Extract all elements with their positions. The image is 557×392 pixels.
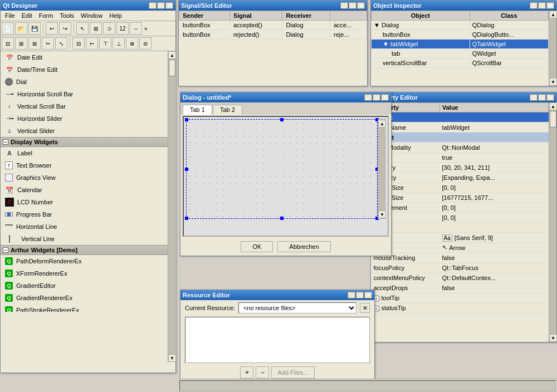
table-row-selected[interactable]: ▼ tabWidget QTabWidget (372, 40, 549, 49)
widget-item-graphics-view[interactable]: Graphics View (1, 171, 168, 184)
prop-row[interactable]: objectName tabWidget (372, 122, 549, 133)
tab-2[interactable]: Tab 2 (213, 105, 242, 115)
resource-select[interactable]: <no resource files> (238, 302, 356, 313)
widget-item-path-stroke[interactable]: Q PathStrokeRendererEx (1, 304, 168, 312)
ss-maximize[interactable]: □ (349, 2, 356, 9)
maximize-button[interactable]: □ (157, 2, 165, 9)
align-v-center[interactable]: ⊖ (139, 37, 152, 50)
buddy-tool[interactable]: ↔ (130, 22, 142, 35)
table-row[interactable]: buttonBox rejected() Dialog reje... (179, 30, 367, 40)
prop-row[interactable]: zePolicy [Expanding, Expa... (372, 173, 549, 183)
close-button[interactable]: ✕ (165, 2, 173, 9)
ok-button[interactable]: OK (241, 241, 273, 252)
prop-row[interactable]: abled true (372, 153, 549, 163)
add-resource-btn[interactable]: + (240, 366, 253, 379)
widget-item-date-edit[interactable]: 📅 Date Edit (1, 51, 168, 63)
pe-close[interactable]: ✕ (546, 94, 554, 101)
adjust-size[interactable]: ⤡ (55, 37, 67, 50)
re-minimize[interactable]: _ (348, 292, 355, 298)
menu-window[interactable]: Window (77, 11, 106, 20)
tab-1[interactable]: Tab 1 (183, 105, 212, 115)
category-arthur-expand[interactable]: − (3, 247, 8, 253)
prop-row[interactable]: nt Aa[Sans Serif, 9] (372, 233, 549, 243)
tab-order-tool[interactable]: 12 (116, 22, 129, 35)
pe-scroll-up[interactable]: ▲ (549, 102, 557, 110)
save-button[interactable]: 💾 (28, 22, 41, 35)
layout-h[interactable]: ⊟ (2, 37, 14, 50)
abbrechen-button[interactable]: Abbrechen (277, 241, 330, 252)
table-row[interactable]: verticalScrollBar QScrollBar (372, 58, 549, 68)
align-top[interactable]: ⊤ (99, 37, 111, 50)
widget-item-gradient-renderer[interactable]: Q GradientRendererEx (1, 292, 168, 304)
undo-button[interactable]: ↩ (46, 22, 58, 35)
menu-form[interactable]: Form (36, 11, 57, 20)
prop-row[interactable]: seSize [0, 0] (372, 213, 549, 223)
widget-item-dial[interactable]: Dial (1, 76, 168, 88)
prop-row[interactable]: mouseTracking false (372, 253, 549, 263)
layout-grid[interactable]: ⊞ (28, 37, 41, 50)
table-row[interactable]: ▼ Dialog QDialog (372, 21, 549, 30)
oi-scroll-up[interactable]: ▲ (549, 11, 557, 18)
open-button[interactable]: 📂 (15, 22, 27, 35)
pe-scroll-down[interactable]: ▼ (549, 334, 557, 342)
oi-minimize[interactable]: _ (530, 2, 538, 9)
scroll-up-btn[interactable]: ▲ (168, 51, 176, 59)
prop-row[interactable]: ndowModality Qt::NonModal (372, 143, 549, 153)
resource-settings-btn[interactable]: ✕ (360, 303, 370, 313)
widget-item-calendar[interactable]: 📆 Calendar (1, 184, 168, 196)
prop-row[interactable]: acceptDrops false (372, 283, 549, 293)
widget-item-h-scroll[interactable]: ↔━ Horizontal Scroll Bar (1, 88, 168, 100)
widget-item-path-deform[interactable]: Q PathDeformRendererEx (1, 255, 168, 267)
cs-down[interactable]: ▼ (378, 210, 386, 218)
scroll-thumb[interactable] (169, 60, 175, 76)
redo-button[interactable]: ↪ (59, 22, 71, 35)
remove-resource-btn[interactable]: − (256, 366, 269, 379)
prop-row[interactable]: rsor ↖ Arrow (372, 243, 549, 253)
align-right[interactable]: ⊢ (86, 37, 98, 50)
prop-row[interactable]: lette (372, 223, 549, 233)
oi-scroll-down[interactable]: ▼ (549, 78, 557, 86)
widget-item-xform[interactable]: Q XFormRendererEx (1, 267, 168, 280)
widget-item-h-line[interactable]: Horizontal Line (1, 220, 168, 233)
d-maximize[interactable]: □ (373, 94, 380, 101)
prop-row[interactable]: contextMenuPolicy Qt::DefaultContex... (372, 273, 549, 283)
prop-row-expandable[interactable]: +statusTip (372, 303, 549, 313)
scroll-down-btn[interactable]: ▼ (168, 354, 176, 362)
widget-item-label[interactable]: A Label (1, 147, 168, 159)
table-row[interactable]: tab QWidget (372, 49, 549, 58)
table-row[interactable]: buttonBox accepted() Dialog acce... (179, 21, 367, 30)
pe-minimize[interactable]: _ (530, 94, 538, 101)
cs-up[interactable]: ▲ (378, 120, 386, 128)
prop-row[interactable]: nimumSize [0, 0] (372, 183, 549, 193)
d-minimize[interactable]: _ (364, 94, 372, 101)
widget-item-progress-bar[interactable]: Progress Bar (1, 208, 168, 220)
align-left[interactable]: ⊟ (72, 37, 85, 50)
widget-item-gradient-editor[interactable]: Q GradientEditor (1, 280, 168, 292)
pointer-tool[interactable]: ↖ (76, 22, 89, 35)
ss-close[interactable]: ✕ (357, 2, 365, 9)
menu-edit[interactable]: Edit (18, 11, 36, 20)
break-layout[interactable]: ✂ (42, 37, 54, 50)
widget-item-v-line[interactable]: Vertical Line (1, 233, 168, 245)
menu-file[interactable]: File (2, 11, 18, 20)
widget-item-v-scroll[interactable]: ↕ Vertical Scroll Bar (1, 100, 168, 112)
table-row[interactable]: buttonBox QDialogButto... (372, 30, 549, 40)
new-button[interactable]: 📄 (2, 22, 14, 35)
re-maximize[interactable]: □ (356, 292, 364, 298)
re-close[interactable]: ✕ (364, 292, 372, 298)
connect-tool[interactable]: ⊃ (103, 22, 115, 35)
widget-item-text-browser[interactable]: T Text Browser (1, 159, 168, 171)
oi-close[interactable]: ✕ (546, 2, 554, 9)
widget-item-v-slider[interactable]: ⊥ Vertical Slider (1, 125, 168, 137)
d-close[interactable]: ✕ (381, 94, 389, 101)
widget-item-lcd[interactable]: 8 LCD Number (1, 196, 168, 208)
category-expand-icon[interactable]: − (3, 139, 8, 145)
align-h-center[interactable]: ⊕ (126, 37, 138, 50)
prop-row[interactable]: focusPolicy Qt::TabFocus (372, 263, 549, 273)
prop-row[interactable]: eometry [30, 20, 341, 211] (372, 163, 549, 173)
pe-scroll-thumb[interactable] (550, 111, 556, 128)
menu-help[interactable]: Help (106, 11, 125, 20)
pe-maximize[interactable]: □ (538, 94, 546, 101)
minimize-button[interactable]: _ (149, 2, 157, 9)
widget-item-h-slider[interactable]: ⊣━ Horizontal Slider (1, 112, 168, 125)
